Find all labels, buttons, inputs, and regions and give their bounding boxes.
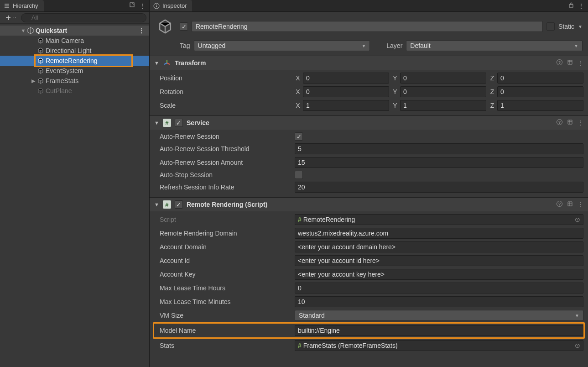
foldout-icon[interactable]: ▶ xyxy=(30,78,36,84)
enabled-checkbox[interactable]: ✓ xyxy=(180,22,188,31)
component-enabled-checkbox[interactable]: ✓ xyxy=(175,119,183,127)
hierarchy-tabbar: Hierarchy ⋮ xyxy=(0,0,149,12)
scene-menu-icon[interactable]: ⋮ xyxy=(138,27,149,34)
list-item-label: RemoteRendering xyxy=(45,57,98,64)
chevron-down-icon: ▼ xyxy=(361,43,366,48)
kebab-icon[interactable]: ⋮ xyxy=(578,2,584,10)
rotation-y-input[interactable] xyxy=(400,86,486,97)
list-item-label: CutPlane xyxy=(45,87,72,94)
scene-label: Quickstart xyxy=(35,27,67,34)
hierarchy-toolbar xyxy=(0,12,149,24)
layer-dropdown[interactable]: Default ▼ xyxy=(406,40,583,51)
tag-dropdown[interactable]: Untagged ▼ xyxy=(194,40,370,51)
stats-field[interactable]: # FrameStats (RemoteFrameStats) ⊙ xyxy=(295,340,583,351)
component-title: Transform xyxy=(175,59,206,67)
rotation-label: Rotation xyxy=(154,88,291,95)
kebab-icon[interactable]: ⋮ xyxy=(577,201,583,208)
scale-y-input[interactable] xyxy=(400,100,486,111)
help-icon[interactable]: ? xyxy=(556,59,563,67)
account-domain-label: Account Domain xyxy=(154,243,291,251)
object-header: ✓ Static ▼ xyxy=(150,12,588,38)
list-item[interactable]: CutPlane xyxy=(0,86,149,96)
domain-input[interactable] xyxy=(295,228,583,239)
component-header[interactable]: ▼ Transform ? ⋮ xyxy=(150,56,588,70)
hierarchy-tab[interactable]: Hierarchy xyxy=(0,0,44,11)
axis-y-label: Y xyxy=(392,88,398,95)
chevron-down-icon[interactable]: ▼ xyxy=(578,24,583,29)
lease-minutes-label: Max Lease Time Minutes xyxy=(154,298,291,305)
foldout-icon[interactable]: ▼ xyxy=(154,60,159,66)
svg-rect-3 xyxy=(569,5,573,7)
object-name-input[interactable] xyxy=(192,21,543,32)
list-item-label: FrameStats xyxy=(45,77,78,84)
axis-x-label: X xyxy=(295,88,301,95)
account-id-label: Account Id xyxy=(154,257,291,264)
auto-renew-checkbox[interactable]: ✓ xyxy=(295,132,303,141)
popout-icon[interactable] xyxy=(129,2,135,10)
search-input[interactable] xyxy=(21,13,146,22)
gameobject-icon[interactable] xyxy=(155,16,175,37)
kebab-icon[interactable]: ⋮ xyxy=(577,119,583,126)
list-item[interactable]: Directional Light xyxy=(0,46,149,56)
account-id-input[interactable] xyxy=(295,255,583,266)
list-item-label: Directional Light xyxy=(45,47,91,54)
foldout-icon[interactable]: ▼ xyxy=(20,28,26,33)
preset-icon[interactable] xyxy=(567,200,573,209)
tag-value: Untagged xyxy=(198,42,226,49)
autostop-label: Auto-Stop Session xyxy=(154,171,291,178)
list-item[interactable]: RemoteRendering xyxy=(0,56,149,66)
lock-icon[interactable] xyxy=(568,2,574,10)
layer-value: Default xyxy=(410,42,430,49)
preset-icon[interactable] xyxy=(567,59,573,67)
position-label: Position xyxy=(154,74,291,82)
preset-icon[interactable] xyxy=(567,119,573,127)
help-icon[interactable]: ? xyxy=(556,119,563,127)
component-header[interactable]: ▼ # ✓ Remote Rendering (Script) ? ⋮ xyxy=(150,198,588,211)
kebab-icon[interactable]: ⋮ xyxy=(139,2,146,10)
kebab-icon[interactable]: ⋮ xyxy=(577,59,583,67)
position-y-input[interactable] xyxy=(400,73,486,84)
vmsize-dropdown[interactable]: Standard ▼ xyxy=(295,310,583,321)
foldout-icon[interactable]: ▼ xyxy=(154,202,159,207)
account-domain-input[interactable] xyxy=(295,241,583,252)
lease-minutes-input[interactable] xyxy=(295,296,583,307)
model-name-input[interactable] xyxy=(295,325,583,336)
model-name-label: Model Name xyxy=(154,327,291,334)
layer-label: Layer xyxy=(386,42,402,49)
rotation-x-input[interactable] xyxy=(303,86,389,97)
component-enabled-checkbox[interactable]: ✓ xyxy=(175,200,183,209)
position-z-input[interactable] xyxy=(497,73,583,84)
create-button[interactable] xyxy=(3,13,18,22)
position-x-input[interactable] xyxy=(303,73,389,84)
scene-row[interactable]: ▼ Quickstart ⋮ xyxy=(0,26,149,36)
refresh-label: Refresh Session Info Rate xyxy=(154,184,291,191)
tag-label: Tag xyxy=(180,42,190,49)
list-item[interactable]: EventSystem xyxy=(0,66,149,76)
gameobject-icon xyxy=(36,87,45,94)
rotation-z-input[interactable] xyxy=(497,86,583,97)
amount-input[interactable] xyxy=(295,157,583,168)
lease-hours-input[interactable] xyxy=(295,283,583,294)
axis-y-label: Y xyxy=(392,102,398,109)
inspector-tab[interactable]: Inspector xyxy=(150,0,192,11)
axis-z-label: Z xyxy=(489,74,495,82)
gameobject-icon xyxy=(36,67,45,74)
component-title: Service xyxy=(187,119,209,126)
static-checkbox[interactable] xyxy=(546,22,555,31)
component-header[interactable]: ▼ # ✓ Service ? ⋮ xyxy=(150,116,588,130)
scale-z-input[interactable] xyxy=(497,100,583,111)
object-picker-icon[interactable]: ⊙ xyxy=(575,342,580,349)
lease-hours-label: Max Lease Time Hours xyxy=(154,284,291,292)
scale-x-input[interactable] xyxy=(303,100,389,111)
refresh-input[interactable] xyxy=(295,182,583,193)
list-item[interactable]: ▶ FrameStats xyxy=(0,76,149,86)
account-key-input[interactable] xyxy=(295,269,583,280)
hierarchy-icon xyxy=(4,3,10,9)
autostop-checkbox[interactable]: ✓ xyxy=(295,171,303,179)
foldout-icon[interactable]: ▼ xyxy=(154,120,159,126)
gameobject-icon xyxy=(36,37,45,44)
help-icon[interactable]: ? xyxy=(556,200,563,209)
script-icon: # xyxy=(163,119,171,127)
threshold-input[interactable] xyxy=(295,143,583,154)
list-item[interactable]: Main Camera xyxy=(0,36,149,46)
